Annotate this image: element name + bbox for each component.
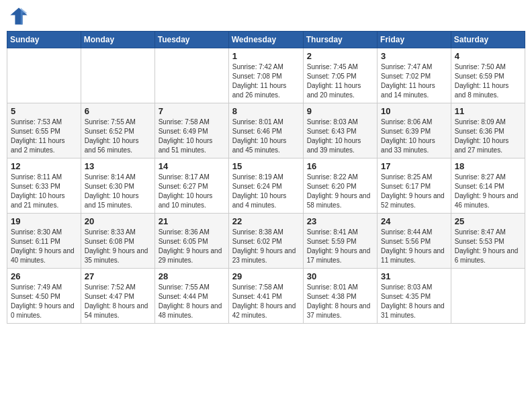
day-number: 22 (232, 216, 300, 226)
calendar-cell: 28Sunrise: 7:55 AM Sunset: 4:44 PM Dayli… (154, 269, 228, 324)
calendar-header-row: SundayMondayTuesdayWednesdayThursdayFrid… (7, 32, 525, 48)
calendar-week-row: 1Sunrise: 7:42 AM Sunset: 7:08 PM Daylig… (7, 48, 525, 103)
cell-sun-info: Sunrise: 7:45 AM Sunset: 7:05 PM Dayligh… (307, 62, 373, 100)
calendar-cell: 18Sunrise: 8:27 AM Sunset: 6:14 PM Dayli… (451, 158, 525, 214)
calendar-cell: 5Sunrise: 7:53 AM Sunset: 6:55 PM Daylig… (7, 103, 81, 158)
logo-icon (9, 7, 28, 26)
calendar-cell: 24Sunrise: 8:44 AM Sunset: 5:56 PM Dayli… (378, 214, 451, 269)
calendar-cell: 14Sunrise: 8:17 AM Sunset: 6:27 PM Dayli… (154, 158, 228, 214)
logo (9, 7, 30, 26)
cell-sun-info: Sunrise: 7:50 AM Sunset: 6:59 PM Dayligh… (455, 62, 521, 100)
cell-sun-info: Sunrise: 7:52 AM Sunset: 4:47 PM Dayligh… (85, 283, 151, 320)
calendar-cell: 23Sunrise: 8:41 AM Sunset: 5:59 PM Dayli… (303, 214, 377, 269)
calendar-cell: 29Sunrise: 7:58 AM Sunset: 4:41 PM Dayli… (228, 269, 303, 324)
day-number: 12 (11, 161, 77, 171)
calendar-cell: 1Sunrise: 7:42 AM Sunset: 7:08 PM Daylig… (228, 48, 303, 103)
day-number: 16 (307, 161, 373, 171)
day-number: 7 (159, 106, 225, 116)
calendar-cell: 4Sunrise: 7:50 AM Sunset: 6:59 PM Daylig… (451, 48, 525, 103)
calendar-cell: 31Sunrise: 8:03 AM Sunset: 4:35 PM Dayli… (378, 269, 451, 324)
calendar-week-row: 19Sunrise: 8:30 AM Sunset: 6:11 PM Dayli… (7, 214, 525, 269)
day-number: 31 (381, 271, 447, 281)
day-number: 25 (455, 216, 521, 226)
cell-sun-info: Sunrise: 7:58 AM Sunset: 4:41 PM Dayligh… (232, 283, 300, 320)
calendar-cell: 30Sunrise: 8:01 AM Sunset: 4:38 PM Dayli… (303, 269, 377, 324)
svg-marker-0 (10, 7, 27, 24)
cell-sun-info: Sunrise: 8:11 AM Sunset: 6:33 PM Dayligh… (11, 173, 77, 210)
cell-sun-info: Sunrise: 8:36 AM Sunset: 6:05 PM Dayligh… (159, 228, 225, 265)
day-of-week-header: Sunday (7, 32, 81, 48)
cell-sun-info: Sunrise: 8:09 AM Sunset: 6:36 PM Dayligh… (455, 118, 521, 155)
calendar-cell: 12Sunrise: 8:11 AM Sunset: 6:33 PM Dayli… (7, 158, 81, 214)
cell-sun-info: Sunrise: 8:22 AM Sunset: 6:20 PM Dayligh… (307, 173, 373, 210)
day-number: 24 (381, 216, 447, 226)
svg-marker-1 (21, 7, 28, 24)
day-number: 27 (85, 271, 151, 281)
cell-sun-info: Sunrise: 8:17 AM Sunset: 6:27 PM Dayligh… (159, 173, 225, 210)
calendar-cell: 22Sunrise: 8:38 AM Sunset: 6:02 PM Dayli… (228, 214, 303, 269)
calendar-cell: 25Sunrise: 8:47 AM Sunset: 5:53 PM Dayli… (451, 214, 525, 269)
calendar-table: SundayMondayTuesdayWednesdayThursdayFrid… (7, 31, 525, 324)
calendar-cell (81, 48, 154, 103)
calendar-cell: 20Sunrise: 8:33 AM Sunset: 6:08 PM Dayli… (81, 214, 154, 269)
calendar-cell: 26Sunrise: 7:49 AM Sunset: 4:50 PM Dayli… (7, 269, 81, 324)
calendar-week-row: 12Sunrise: 8:11 AM Sunset: 6:33 PM Dayli… (7, 158, 525, 214)
calendar-cell (7, 48, 81, 103)
day-number: 20 (85, 216, 151, 226)
cell-sun-info: Sunrise: 7:49 AM Sunset: 4:50 PM Dayligh… (11, 283, 77, 320)
cell-sun-info: Sunrise: 8:41 AM Sunset: 5:59 PM Dayligh… (307, 228, 373, 265)
calendar-cell: 27Sunrise: 7:52 AM Sunset: 4:47 PM Dayli… (81, 269, 154, 324)
calendar-cell: 8Sunrise: 8:01 AM Sunset: 6:46 PM Daylig… (228, 103, 303, 158)
cell-sun-info: Sunrise: 7:47 AM Sunset: 7:02 PM Dayligh… (381, 62, 447, 100)
cell-sun-info: Sunrise: 8:38 AM Sunset: 6:02 PM Dayligh… (232, 228, 300, 265)
day-number: 3 (381, 51, 447, 61)
day-number: 5 (11, 106, 77, 116)
calendar-cell: 11Sunrise: 8:09 AM Sunset: 6:36 PM Dayli… (451, 103, 525, 158)
cell-sun-info: Sunrise: 7:55 AM Sunset: 4:44 PM Dayligh… (159, 283, 225, 320)
cell-sun-info: Sunrise: 7:42 AM Sunset: 7:08 PM Dayligh… (232, 62, 300, 100)
day-number: 10 (381, 106, 447, 116)
calendar-cell: 21Sunrise: 8:36 AM Sunset: 6:05 PM Dayli… (154, 214, 228, 269)
day-number: 2 (307, 51, 373, 61)
cell-sun-info: Sunrise: 7:53 AM Sunset: 6:55 PM Dayligh… (11, 118, 77, 155)
cell-sun-info: Sunrise: 8:01 AM Sunset: 6:46 PM Dayligh… (232, 118, 300, 155)
day-number: 18 (455, 161, 521, 171)
day-number: 26 (11, 271, 77, 281)
calendar-cell (154, 48, 228, 103)
day-number: 19 (11, 216, 77, 226)
cell-sun-info: Sunrise: 8:30 AM Sunset: 6:11 PM Dayligh… (11, 228, 77, 265)
cell-sun-info: Sunrise: 8:44 AM Sunset: 5:56 PM Dayligh… (381, 228, 447, 265)
day-of-week-header: Wednesday (228, 32, 303, 48)
cell-sun-info: Sunrise: 8:33 AM Sunset: 6:08 PM Dayligh… (85, 228, 151, 265)
calendar-cell: 10Sunrise: 8:06 AM Sunset: 6:39 PM Dayli… (378, 103, 451, 158)
calendar-cell: 7Sunrise: 7:58 AM Sunset: 6:49 PM Daylig… (154, 103, 228, 158)
day-number: 8 (232, 106, 300, 116)
calendar-week-row: 5Sunrise: 7:53 AM Sunset: 6:55 PM Daylig… (7, 103, 525, 158)
page-header (7, 7, 525, 26)
calendar-cell: 2Sunrise: 7:45 AM Sunset: 7:05 PM Daylig… (303, 48, 377, 103)
cell-sun-info: Sunrise: 7:58 AM Sunset: 6:49 PM Dayligh… (159, 118, 225, 155)
cell-sun-info: Sunrise: 7:55 AM Sunset: 6:52 PM Dayligh… (85, 118, 151, 155)
day-of-week-header: Saturday (451, 32, 525, 48)
day-number: 29 (232, 271, 300, 281)
calendar-cell: 16Sunrise: 8:22 AM Sunset: 6:20 PM Dayli… (303, 158, 377, 214)
day-number: 23 (307, 216, 373, 226)
cell-sun-info: Sunrise: 8:03 AM Sunset: 4:35 PM Dayligh… (381, 283, 447, 320)
day-number: 14 (159, 161, 225, 171)
cell-sun-info: Sunrise: 8:19 AM Sunset: 6:24 PM Dayligh… (232, 173, 300, 210)
cell-sun-info: Sunrise: 8:06 AM Sunset: 6:39 PM Dayligh… (381, 118, 447, 155)
calendar-cell: 3Sunrise: 7:47 AM Sunset: 7:02 PM Daylig… (378, 48, 451, 103)
cell-sun-info: Sunrise: 8:47 AM Sunset: 5:53 PM Dayligh… (455, 228, 521, 265)
calendar-cell: 17Sunrise: 8:25 AM Sunset: 6:17 PM Dayli… (378, 158, 451, 214)
day-number: 15 (232, 161, 300, 171)
day-of-week-header: Tuesday (154, 32, 228, 48)
cell-sun-info: Sunrise: 8:03 AM Sunset: 6:43 PM Dayligh… (307, 118, 373, 155)
cell-sun-info: Sunrise: 8:01 AM Sunset: 4:38 PM Dayligh… (307, 283, 373, 320)
day-number: 28 (159, 271, 225, 281)
day-number: 30 (307, 271, 373, 281)
day-number: 4 (455, 51, 521, 61)
day-number: 21 (159, 216, 225, 226)
calendar-cell: 15Sunrise: 8:19 AM Sunset: 6:24 PM Dayli… (228, 158, 303, 214)
calendar-cell: 9Sunrise: 8:03 AM Sunset: 6:43 PM Daylig… (303, 103, 377, 158)
cell-sun-info: Sunrise: 8:27 AM Sunset: 6:14 PM Dayligh… (455, 173, 521, 210)
